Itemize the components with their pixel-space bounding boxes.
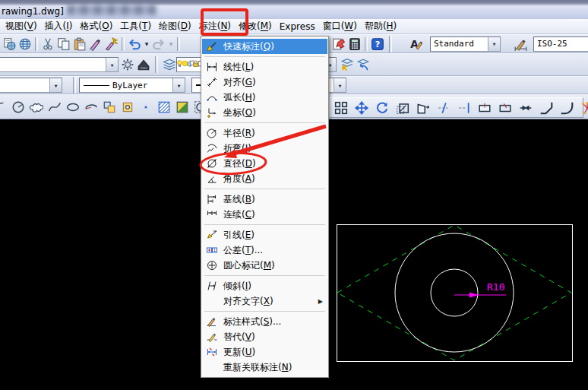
help-icon[interactable]: ? <box>370 36 385 52</box>
join-icon[interactable] <box>518 100 533 116</box>
menu-item-angular[interactable]: 角度(A) <box>202 171 327 186</box>
menu-item-label: 对齐文字(X) <box>220 295 326 308</box>
menubar-item-insert[interactable]: 插入(I) <box>41 18 77 34</box>
dropdown-arrow-icon[interactable]: ▼ <box>172 78 185 92</box>
undo-icon[interactable] <box>127 36 142 52</box>
menu-item-oblique[interactable]: 倾斜(I) <box>202 278 327 293</box>
paste-icon[interactable] <box>72 36 87 52</box>
menubar-item-modify[interactable]: 修改(M) <box>235 18 276 34</box>
chamfer-icon[interactable] <box>539 100 554 116</box>
menu-item-tolerance[interactable]: 1公差(T)... <box>202 243 327 258</box>
trim-icon[interactable] <box>436 100 451 116</box>
menu-item-label: 弧长(H) <box>220 91 326 104</box>
menu-separator <box>204 189 325 189</box>
dropdown-arrow-icon[interactable]: ▼ <box>334 78 346 92</box>
point-style-icon[interactable] <box>138 100 153 115</box>
menubar-item-express[interactable]: Express <box>276 20 319 33</box>
menu-item-linear[interactable]: 线性(L) <box>202 59 327 75</box>
menu-item-label: 基线(B) <box>220 193 326 206</box>
menu-item-diameter[interactable]: 直径(D) <box>202 156 327 171</box>
center-mark-icon <box>204 259 220 271</box>
menu-item-aligned[interactable]: 对齐(G) <box>202 75 327 90</box>
menu-item-update[interactable]: 更新(U) <box>202 344 327 360</box>
dropdown-arrow-icon[interactable]: ▼ <box>488 37 500 51</box>
menubar-item-draw[interactable]: 绘图(D) <box>155 18 195 34</box>
menubar-item-format[interactable]: 格式(O) <box>77 18 117 34</box>
menu-item-radius[interactable]: 半径(R) <box>202 125 327 141</box>
menu-item-jogged[interactable]: 折弯(J) <box>202 141 327 156</box>
menu-item-continue[interactable]: 连续(C) <box>202 207 327 222</box>
menubar-item-help[interactable]: 帮助(H) <box>361 18 400 34</box>
cut-icon[interactable] <box>40 36 55 52</box>
property-painter-icon[interactable] <box>104 36 119 52</box>
split-button-arrow-icon[interactable]: ▼ <box>167 41 175 46</box>
linetype-combo[interactable]: ByLayer ▼ <box>79 78 185 93</box>
fillet-icon[interactable] <box>559 100 574 116</box>
break-at-point-icon[interactable] <box>477 100 492 116</box>
array-icon[interactable] <box>334 100 349 116</box>
menu-item-label: 重新关联标注(N) <box>220 361 326 374</box>
dim-style-value: ISO-25 <box>534 39 567 49</box>
radius-dim-icon <box>204 127 220 139</box>
spline-icon[interactable] <box>47 100 62 115</box>
menubar-item-window[interactable]: 窗口(W) <box>319 18 361 34</box>
extend-icon[interactable] <box>457 100 472 116</box>
circle-icon[interactable] <box>11 100 26 115</box>
menu-item-ordinate[interactable]: 坐标(O) <box>202 105 327 120</box>
plot-style-icon[interactable] <box>136 57 151 72</box>
make-object-layer-current-icon[interactable] <box>340 57 355 72</box>
hatch-icon[interactable] <box>156 100 172 115</box>
match-properties-icon[interactable] <box>88 36 103 52</box>
menubar-item-dimension[interactable]: 标注(N) <box>195 18 235 34</box>
text-style-icon[interactable]: A <box>409 36 424 52</box>
menu-item-baseline[interactable]: 基线(B) <box>202 192 327 207</box>
revision-cloud-icon[interactable] <box>29 100 44 115</box>
dim-style-edit-icon[interactable] <box>514 36 529 52</box>
layer-previous-icon[interactable] <box>356 57 371 72</box>
make-block-icon[interactable] <box>120 100 135 115</box>
copy-icon[interactable] <box>56 36 71 52</box>
sheet-set-manager-icon[interactable] <box>331 36 346 52</box>
rotate-icon[interactable] <box>375 100 390 116</box>
menu-item-align-text[interactable]: 对齐文字(X)▶ <box>202 293 327 309</box>
standard-toolbar-right: ? <box>331 36 395 52</box>
menu-item-reassociate[interactable]: 重新关联标注(N) <box>202 360 327 375</box>
break-icon[interactable] <box>498 100 513 116</box>
menubar-item-tools[interactable]: 工具(T) <box>116 18 155 34</box>
oblique-icon <box>204 280 220 292</box>
arc-partial-icon[interactable] <box>0 100 8 115</box>
gradient-icon[interactable] <box>175 100 190 115</box>
workspace-combo[interactable]: ▼ <box>0 57 119 72</box>
draw-toolbar <box>0 100 208 115</box>
menubar-item-view[interactable]: 视图(V) <box>2 18 41 34</box>
color-combo[interactable]: ▼ <box>0 78 62 93</box>
window-title: rawing1.dwg] <box>2 6 64 17</box>
calculator-icon[interactable] <box>347 36 362 52</box>
menu-item-label: 公差(T)... <box>220 244 326 257</box>
menu-item-override[interactable]: 替代(V) <box>202 329 327 344</box>
scale-icon[interactable] <box>395 100 410 116</box>
publish-icon[interactable] <box>2 36 17 52</box>
text-style-combo[interactable]: Standard ▼ <box>430 36 501 52</box>
dropdown-arrow-icon[interactable]: ▼ <box>49 78 62 92</box>
dim-style-combo[interactable]: ISO-25 ▼ <box>533 36 588 52</box>
hyperlink-icon[interactable] <box>17 36 33 52</box>
gear-icon[interactable] <box>120 57 135 72</box>
menu-item-dimension-style[interactable]: 标注样式(S)... <box>202 314 327 329</box>
menu-item-quick-dimension[interactable]: 快速标注(Q) <box>202 39 327 54</box>
dropdown-arrow-icon[interactable]: ▼ <box>106 58 118 71</box>
menu-item-arc-length[interactable]: 弧长(H) <box>202 90 327 105</box>
explode-icon[interactable] <box>580 100 588 116</box>
split-button-arrow-icon[interactable]: ▼ <box>143 41 150 46</box>
menu-item-leader[interactable]: 引线(E) <box>202 227 327 243</box>
redo-icon[interactable] <box>151 36 166 52</box>
move-icon[interactable] <box>354 100 369 116</box>
menu-item-center-mark[interactable]: 圆心标记(M) <box>202 258 327 273</box>
toolbar-separator <box>177 37 180 51</box>
menu-item-label: 倾斜(I) <box>220 280 326 293</box>
ellipse-arc-icon[interactable] <box>84 100 99 115</box>
layer-properties-icon[interactable] <box>162 57 177 72</box>
stretch-icon[interactable] <box>416 100 431 116</box>
insert-block-icon[interactable] <box>102 100 117 115</box>
ellipse-icon[interactable] <box>65 100 81 115</box>
